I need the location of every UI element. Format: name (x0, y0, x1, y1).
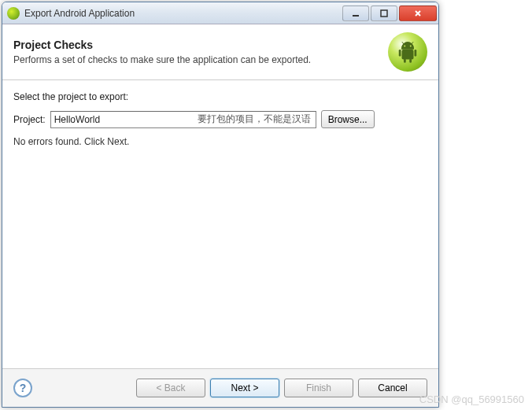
app-icon (7, 7, 20, 20)
maximize-icon (379, 9, 389, 18)
svg-point-2 (404, 46, 405, 47)
browse-button[interactable]: Browse... (321, 110, 375, 128)
svg-rect-8 (409, 59, 412, 63)
select-prompt: Select the project to export: (13, 91, 427, 102)
minimize-button[interactable] (342, 6, 369, 21)
svg-rect-5 (399, 50, 401, 57)
next-button[interactable]: Next > (210, 379, 279, 397)
svg-point-3 (410, 46, 412, 47)
close-button[interactable] (399, 6, 437, 21)
svg-rect-6 (415, 50, 417, 57)
android-robot-icon (396, 40, 419, 64)
annotation-text: 要打包的项目，不能是汉语 (198, 113, 311, 126)
close-icon (413, 9, 423, 18)
svg-rect-7 (404, 59, 406, 63)
help-button[interactable]: ? (13, 379, 32, 397)
project-value: HelloWorld (54, 114, 100, 125)
svg-rect-0 (353, 15, 359, 17)
back-button[interactable]: < Back (136, 379, 205, 397)
banner-text: Project Checks Performs a set of checks … (13, 39, 311, 65)
project-row: Project: HelloWorld 要打包的项目，不能是汉语 Browse.… (13, 110, 427, 128)
footer: ? < Back Next > Finish Cancel (2, 368, 438, 407)
status-text: No errors found. Click Next. (13, 136, 427, 147)
project-label: Project: (13, 114, 46, 125)
banner: Project Checks Performs a set of checks … (2, 24, 438, 80)
maximize-button[interactable] (371, 6, 397, 21)
android-icon (388, 32, 427, 72)
finish-button[interactable]: Finish (284, 379, 353, 397)
svg-rect-1 (381, 10, 387, 17)
titlebar: Export Android Application (2, 2, 438, 24)
minimize-icon (351, 9, 360, 18)
window-controls (342, 6, 437, 21)
svg-rect-4 (402, 50, 414, 60)
project-input[interactable]: HelloWorld 要打包的项目，不能是汉语 (50, 111, 316, 128)
content-area: Select the project to export: Project: H… (2, 80, 438, 364)
watermark: CSDN @qq_56991560 (419, 393, 524, 405)
dialog-window: Export Android Application Project Check… (2, 2, 439, 408)
banner-heading: Project Checks (13, 39, 311, 51)
window-title: Export Android Application (24, 8, 342, 19)
banner-description: Performs a set of checks to make sure th… (13, 54, 311, 65)
cancel-button[interactable]: Cancel (358, 379, 427, 397)
